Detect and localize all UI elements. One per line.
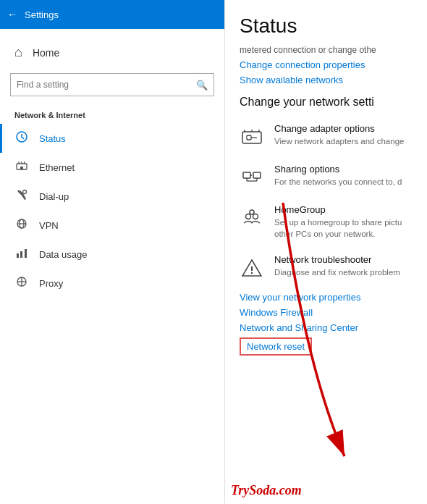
troubleshooter-text: Network troubleshooter Diagnose and fix … [274,254,413,278]
sharing-center-link[interactable]: Network and Sharing Center [240,322,413,333]
titlebar: ← Settings [0,0,224,29]
sidebar-item-dialup-label: Dial-up [39,191,69,202]
view-properties-link[interactable]: View your network properties [240,292,413,303]
proxy-icon [14,275,29,291]
main-content: Status metered connection or change othe… [224,0,427,504]
adapter-icon [240,125,264,149]
sidebar-inner: ⌂ Home 🔍 Network & Internet Status Ether… [0,29,224,504]
main-inner: Status metered connection or change othe… [225,0,427,504]
watermark: TrySoda.com [231,483,302,498]
vpn-icon [14,217,29,233]
svg-rect-11 [20,251,22,258]
homegroup-title: HomeGroup [274,204,413,215]
troubleshooter-title: Network troubleshooter [274,254,413,265]
sidebar-item-datausage[interactable]: Data usage [0,240,224,269]
svg-point-30 [250,210,254,214]
sidebar: ← Settings ⌂ Home 🔍 Network & Internet S… [0,0,224,504]
adapter-title: Change adapter options [274,123,413,134]
troubleshooter-item[interactable]: Network troubleshooter Diagnose and fix … [240,247,413,287]
sidebar-item-status-label: Status [39,133,66,144]
troubleshooter-icon [240,256,264,280]
svg-rect-12 [25,249,27,258]
search-box[interactable]: 🔍 [10,73,214,96]
network-reset-link[interactable]: Network reset [240,337,312,356]
troubleshooter-desc: Diagnose and fix network problem [274,266,413,278]
sidebar-item-datausage-label: Data usage [39,249,88,260]
show-networks-link[interactable]: Show available networks [240,75,413,85]
homegroup-desc: Set up a homegroup to share pictu other … [274,217,413,240]
svg-point-28 [246,214,251,219]
adapter-text: Change adapter options View network adap… [274,123,413,147]
homegroup-text: HomeGroup Set up a homegroup to share pi… [274,204,413,240]
home-label: Home [33,47,59,59]
page-title: Status [240,14,413,38]
ethernet-icon [14,159,29,175]
svg-rect-22 [243,172,250,178]
sidebar-item-proxy-label: Proxy [39,278,63,289]
home-icon: ⌂ [14,45,22,60]
adapter-desc: View network adapters and change [274,135,413,147]
bottom-links: View your network properties Windows Fir… [240,287,413,364]
sidebar-item-status[interactable]: Status [0,124,224,153]
home-item[interactable]: ⌂ Home [0,39,224,66]
sidebar-item-vpn-label: VPN [39,220,59,231]
sidebar-item-proxy[interactable]: Proxy [0,269,224,298]
adapter-options-item[interactable]: Change adapter options View network adap… [240,116,413,156]
section-label: Network & Internet [0,104,224,124]
sharing-options-item[interactable]: Sharing options For the networks you con… [240,156,413,197]
svg-point-29 [253,214,258,219]
sidebar-item-dialup[interactable]: Dial-up [0,182,224,211]
search-input[interactable] [17,80,196,90]
datausage-icon [14,246,29,262]
homegroup-item[interactable]: HomeGroup Set up a homegroup to share pi… [240,197,413,247]
svg-rect-17 [247,135,251,140]
sidebar-item-ethernet-label: Ethernet [39,162,75,173]
homegroup-icon [240,206,264,230]
status-icon [14,130,29,146]
dialup-icon [14,188,29,204]
windows-firewall-link[interactable]: Windows Firewall [240,307,413,318]
svg-rect-23 [253,172,261,178]
svg-point-6 [23,190,27,194]
sharing-text: Sharing options For the networks you con… [274,164,413,188]
svg-rect-5 [20,167,23,169]
back-button[interactable]: ← [7,9,17,20]
sharing-desc: For the networks you connect to, d [274,176,413,188]
titlebar-title: Settings [25,9,59,20]
sharing-icon [240,165,264,190]
svg-rect-10 [17,253,19,258]
change-connection-link[interactable]: Change connection properties [240,59,413,70]
truncated-text: metered connection or change othe [240,45,413,55]
change-network-heading: Change your network setti [240,96,413,109]
sidebar-item-ethernet[interactable]: Ethernet [0,153,224,182]
sidebar-item-vpn[interactable]: VPN [0,211,224,240]
search-icon: 🔍 [196,80,208,91]
svg-point-33 [251,272,253,274]
sharing-title: Sharing options [274,164,413,175]
